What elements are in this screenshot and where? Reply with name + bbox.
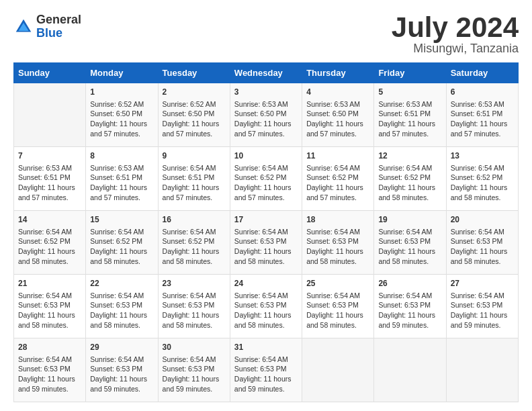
- day-number: 29: [90, 342, 153, 353]
- calendar-cell: 3Sunrise: 6:53 AM Sunset: 6:50 PM Daylig…: [230, 83, 302, 147]
- calendar-cell: 27Sunrise: 6:54 AM Sunset: 6:53 PM Dayli…: [446, 275, 518, 338]
- main-title: July 2024: [392, 13, 519, 42]
- calendar-cell: 30Sunrise: 6:54 AM Sunset: 6:53 PM Dayli…: [158, 338, 230, 402]
- calendar-cell: [374, 338, 446, 402]
- day-info: Sunrise: 6:53 AM Sunset: 6:51 PM Dayligh…: [90, 163, 153, 203]
- day-of-week-header: Friday: [374, 63, 446, 83]
- calendar-cell: 12Sunrise: 6:54 AM Sunset: 6:52 PM Dayli…: [374, 147, 446, 211]
- page-header: General Blue July 2024 Misungwi, Tanzani…: [13, 13, 519, 56]
- day-number: 7: [18, 150, 81, 162]
- day-of-week-header: Saturday: [446, 63, 518, 83]
- calendar-cell: 7Sunrise: 6:53 AM Sunset: 6:51 PM Daylig…: [14, 147, 86, 211]
- calendar-cell: 26Sunrise: 6:54 AM Sunset: 6:53 PM Dayli…: [374, 275, 446, 338]
- day-info: Sunrise: 6:54 AM Sunset: 6:52 PM Dayligh…: [18, 227, 81, 267]
- day-info: Sunrise: 6:52 AM Sunset: 6:50 PM Dayligh…: [90, 99, 153, 139]
- day-of-week-header: Thursday: [302, 63, 374, 83]
- calendar-cell: 28Sunrise: 6:54 AM Sunset: 6:53 PM Dayli…: [14, 338, 86, 402]
- day-number: 22: [90, 278, 153, 289]
- day-info: Sunrise: 6:53 AM Sunset: 6:50 PM Dayligh…: [234, 99, 298, 139]
- day-number: 16: [163, 214, 226, 226]
- day-info: Sunrise: 6:54 AM Sunset: 6:53 PM Dayligh…: [306, 227, 369, 267]
- calendar-week-row: 21Sunrise: 6:54 AM Sunset: 6:53 PM Dayli…: [14, 275, 519, 338]
- day-number: 11: [306, 150, 369, 162]
- day-number: 14: [18, 214, 81, 226]
- day-number: 13: [451, 150, 514, 162]
- calendar-cell: [446, 338, 518, 402]
- calendar-header: SundayMondayTuesdayWednesdayThursdayFrid…: [14, 63, 519, 83]
- calendar-cell: 25Sunrise: 6:54 AM Sunset: 6:53 PM Dayli…: [302, 275, 374, 338]
- day-info: Sunrise: 6:54 AM Sunset: 6:52 PM Dayligh…: [234, 163, 298, 203]
- calendar-cell: 9Sunrise: 6:54 AM Sunset: 6:51 PM Daylig…: [158, 147, 230, 211]
- calendar-body: 1Sunrise: 6:52 AM Sunset: 6:50 PM Daylig…: [14, 83, 519, 402]
- calendar-week-row: 28Sunrise: 6:54 AM Sunset: 6:53 PM Dayli…: [14, 338, 519, 402]
- day-number: 6: [451, 87, 514, 98]
- day-number: 5: [378, 87, 441, 98]
- calendar-cell: 21Sunrise: 6:54 AM Sunset: 6:53 PM Dayli…: [14, 275, 86, 338]
- day-of-week-header: Monday: [86, 63, 158, 83]
- calendar-cell: 1Sunrise: 6:52 AM Sunset: 6:50 PM Daylig…: [86, 83, 158, 147]
- calendar-cell: [302, 338, 374, 402]
- day-number: 9: [163, 150, 226, 162]
- calendar-cell: 19Sunrise: 6:54 AM Sunset: 6:53 PM Dayli…: [374, 211, 446, 275]
- calendar-cell: 14Sunrise: 6:54 AM Sunset: 6:52 PM Dayli…: [14, 211, 86, 275]
- calendar-cell: 17Sunrise: 6:54 AM Sunset: 6:53 PM Dayli…: [230, 211, 302, 275]
- calendar-week-row: 14Sunrise: 6:54 AM Sunset: 6:52 PM Dayli…: [14, 211, 519, 275]
- day-number: 20: [451, 214, 514, 226]
- day-info: Sunrise: 6:54 AM Sunset: 6:53 PM Dayligh…: [451, 227, 514, 267]
- logo: General Blue: [13, 13, 81, 40]
- day-info: Sunrise: 6:54 AM Sunset: 6:52 PM Dayligh…: [90, 227, 153, 267]
- calendar-cell: 4Sunrise: 6:53 AM Sunset: 6:50 PM Daylig…: [302, 83, 374, 147]
- day-info: Sunrise: 6:54 AM Sunset: 6:53 PM Dayligh…: [234, 291, 298, 330]
- logo-general: General: [36, 13, 81, 27]
- day-info: Sunrise: 6:54 AM Sunset: 6:53 PM Dayligh…: [18, 355, 81, 394]
- day-number: 17: [234, 214, 298, 226]
- day-number: 19: [378, 214, 441, 226]
- calendar-cell: 18Sunrise: 6:54 AM Sunset: 6:53 PM Dayli…: [302, 211, 374, 275]
- day-number: 25: [306, 278, 369, 289]
- day-info: Sunrise: 6:54 AM Sunset: 6:53 PM Dayligh…: [234, 227, 298, 267]
- day-number: 21: [18, 278, 81, 289]
- day-info: Sunrise: 6:54 AM Sunset: 6:53 PM Dayligh…: [451, 291, 514, 330]
- day-number: 1: [90, 87, 153, 98]
- day-number: 3: [234, 87, 298, 98]
- calendar-cell: 31Sunrise: 6:54 AM Sunset: 6:53 PM Dayli…: [230, 338, 302, 402]
- calendar-table: SundayMondayTuesdayWednesdayThursdayFrid…: [13, 62, 519, 402]
- calendar-week-row: 7Sunrise: 6:53 AM Sunset: 6:51 PM Daylig…: [14, 147, 519, 211]
- day-info: Sunrise: 6:54 AM Sunset: 6:52 PM Dayligh…: [451, 163, 514, 203]
- calendar-cell: 22Sunrise: 6:54 AM Sunset: 6:53 PM Dayli…: [86, 275, 158, 338]
- day-info: Sunrise: 6:53 AM Sunset: 6:51 PM Dayligh…: [18, 163, 81, 203]
- calendar-cell: 20Sunrise: 6:54 AM Sunset: 6:53 PM Dayli…: [446, 211, 518, 275]
- day-info: Sunrise: 6:54 AM Sunset: 6:53 PM Dayligh…: [18, 291, 81, 330]
- logo-text: General Blue: [36, 13, 81, 40]
- calendar-cell: 5Sunrise: 6:53 AM Sunset: 6:51 PM Daylig…: [374, 83, 446, 147]
- day-number: 18: [306, 214, 369, 226]
- day-number: 30: [163, 342, 226, 353]
- day-info: Sunrise: 6:54 AM Sunset: 6:53 PM Dayligh…: [163, 355, 226, 394]
- calendar-cell: [14, 83, 86, 147]
- day-info: Sunrise: 6:54 AM Sunset: 6:53 PM Dayligh…: [234, 355, 298, 394]
- calendar-cell: 13Sunrise: 6:54 AM Sunset: 6:52 PM Dayli…: [446, 147, 518, 211]
- calendar-cell: 2Sunrise: 6:52 AM Sunset: 6:50 PM Daylig…: [158, 83, 230, 147]
- calendar-cell: 11Sunrise: 6:54 AM Sunset: 6:52 PM Dayli…: [302, 147, 374, 211]
- day-number: 12: [378, 150, 441, 162]
- day-info: Sunrise: 6:52 AM Sunset: 6:50 PM Dayligh…: [163, 99, 226, 139]
- day-info: Sunrise: 6:54 AM Sunset: 6:53 PM Dayligh…: [90, 355, 153, 394]
- day-info: Sunrise: 6:54 AM Sunset: 6:53 PM Dayligh…: [306, 291, 369, 330]
- day-number: 28: [18, 342, 81, 353]
- calendar-cell: 10Sunrise: 6:54 AM Sunset: 6:52 PM Dayli…: [230, 147, 302, 211]
- day-of-week-header: Wednesday: [230, 63, 302, 83]
- logo-icon: [13, 17, 34, 37]
- day-info: Sunrise: 6:53 AM Sunset: 6:50 PM Dayligh…: [306, 99, 369, 139]
- day-number: 27: [451, 278, 514, 289]
- day-number: 31: [234, 342, 298, 353]
- calendar-week-row: 1Sunrise: 6:52 AM Sunset: 6:50 PM Daylig…: [14, 83, 519, 147]
- calendar-cell: 24Sunrise: 6:54 AM Sunset: 6:53 PM Dayli…: [230, 275, 302, 338]
- calendar-cell: 6Sunrise: 6:53 AM Sunset: 6:51 PM Daylig…: [446, 83, 518, 147]
- day-number: 24: [234, 278, 298, 289]
- day-info: Sunrise: 6:54 AM Sunset: 6:51 PM Dayligh…: [163, 163, 226, 203]
- day-of-week-header: Tuesday: [158, 63, 230, 83]
- day-of-week-header: Sunday: [14, 63, 86, 83]
- calendar-cell: 23Sunrise: 6:54 AM Sunset: 6:53 PM Dayli…: [158, 275, 230, 338]
- calendar-cell: 29Sunrise: 6:54 AM Sunset: 6:53 PM Dayli…: [86, 338, 158, 402]
- day-info: Sunrise: 6:54 AM Sunset: 6:52 PM Dayligh…: [163, 227, 226, 267]
